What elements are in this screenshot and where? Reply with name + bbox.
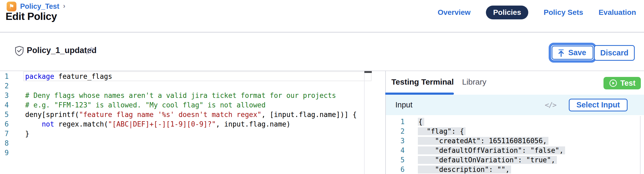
- code-text: "defaultOffVariation": "false",: [405, 146, 564, 155]
- select-input-button[interactable]: Select Input: [569, 99, 628, 111]
- play-icon: [609, 79, 618, 88]
- code-line: 1package feature_flags: [0, 72, 364, 81]
- line-number: 3: [0, 91, 9, 100]
- tab-library[interactable]: Library: [462, 71, 486, 93]
- nav-item-evaluation[interactable]: Evaluation: [598, 8, 636, 17]
- policy-code-editor[interactable]: 1package feature_flags23# Deny flags who…: [0, 72, 364, 158]
- line-number: 1: [0, 72, 9, 81]
- upload-icon: [557, 49, 565, 57]
- code-line: 2 "flag": {: [386, 127, 639, 136]
- code-line: 4 "defaultOffVariation": "false",: [386, 146, 639, 155]
- code-text: package feature_flags: [9, 72, 112, 81]
- json-editor-right-edge: [640, 116, 641, 174]
- line-number: 2: [0, 81, 9, 91]
- feature-flags-module-icon: ⚑: [7, 2, 16, 11]
- line-number: 7: [0, 129, 9, 138]
- header-divider: [0, 32, 644, 33]
- input-header-band: Input </> Select Input: [386, 95, 644, 115]
- code-line: 3# Deny flags whose names aren't a valid…: [0, 91, 364, 100]
- test-input-json-editor[interactable]: 1{2 "flag": {3 "createdAt": 165116081605…: [386, 117, 639, 174]
- editor-scrollbar-thumb[interactable]: [364, 71, 372, 73]
- code-line: 5deny[sprintf("feature flag name '%s' do…: [0, 110, 364, 119]
- line-number: 4: [0, 100, 9, 110]
- code-text: [9, 138, 25, 148]
- save-button[interactable]: Save: [552, 46, 593, 60]
- save-button-focus-ring: Save: [549, 43, 596, 63]
- code-text: [9, 81, 25, 91]
- code-text: {: [405, 117, 423, 127]
- code-text: }: [9, 129, 29, 138]
- tab-testing-terminal[interactable]: Testing Terminal: [391, 71, 454, 93]
- nav-item-policies[interactable]: Policies: [486, 6, 528, 19]
- code-icon[interactable]: </>: [545, 101, 556, 109]
- save-button-label: Save: [568, 48, 586, 57]
- chevron-right-icon: ›: [63, 2, 65, 10]
- policy-shield-check-icon: [15, 46, 24, 56]
- code-text: "description": "",: [405, 165, 509, 174]
- code-line: 6 not regex.match("[ABC|DEF]+[-][1-9][0-…: [0, 119, 364, 129]
- line-number: 1: [386, 117, 405, 127]
- code-line: 8: [0, 138, 364, 148]
- code-line: 5 "defaultOnVariation": "true",: [386, 155, 639, 165]
- code-line: 4# e.g. "FFM-123" is allowed. "My cool f…: [0, 100, 364, 110]
- line-number: 8: [0, 138, 9, 148]
- code-text: "defaultOnVariation": "true",: [405, 155, 555, 165]
- line-number: 2: [386, 127, 405, 136]
- code-text: "createdAt": 1651160816056,: [405, 136, 547, 146]
- testing-panel-tabs: Testing Terminal Library Test: [386, 71, 644, 95]
- discard-button[interactable]: Discard: [594, 45, 635, 61]
- line-number: 3: [386, 136, 405, 146]
- code-line: 1{: [386, 117, 639, 127]
- line-number: 6: [386, 165, 405, 174]
- active-tab-underline: [385, 93, 454, 95]
- code-text: not regex.match("[ABC|DEF]+[-][1-9][0-9]…: [9, 119, 290, 129]
- line-number: 4: [386, 146, 405, 155]
- line-number: 5: [386, 155, 405, 165]
- breadcrumb-project-link[interactable]: Policy_Test: [20, 2, 59, 11]
- code-text: deny[sprintf("feature flag name '%s' doe…: [9, 110, 357, 119]
- nav-item-policy-sets[interactable]: Policy Sets: [544, 8, 583, 17]
- code-text: [9, 148, 25, 158]
- breadcrumb[interactable]: ⚑ Policy_Test ›: [7, 2, 65, 11]
- line-number: 5: [0, 110, 9, 119]
- code-text: # Deny flags whose names aren't a valid …: [9, 91, 336, 100]
- test-button-label: Test: [620, 79, 636, 88]
- code-line: 6 "description": "",: [386, 165, 639, 174]
- input-label: Input: [395, 101, 413, 109]
- test-button[interactable]: Test: [603, 77, 641, 89]
- nav-item-overview[interactable]: Overview: [438, 8, 471, 17]
- line-number: 6: [0, 119, 9, 129]
- code-text: # e.g. "FFM-123" is allowed. "My cool fl…: [9, 100, 266, 110]
- code-line: 3 "createdAt": 1651160816056,: [386, 136, 639, 146]
- code-line: 7}: [0, 129, 364, 138]
- line-number: 9: [0, 148, 9, 158]
- code-line: 9: [0, 148, 364, 158]
- edit-policy-page: ⚑ Policy_Test › Edit Policy OverviewPoli…: [0, 0, 644, 174]
- editor-right-edge: [364, 71, 365, 174]
- edit-pencil-icon[interactable]: [85, 46, 95, 55]
- code-text: "flag": {: [405, 127, 464, 136]
- top-nav: OverviewPoliciesPolicy SetsEvaluation: [438, 4, 636, 21]
- page-title: Edit Policy: [6, 11, 57, 22]
- code-line: 2: [0, 81, 364, 91]
